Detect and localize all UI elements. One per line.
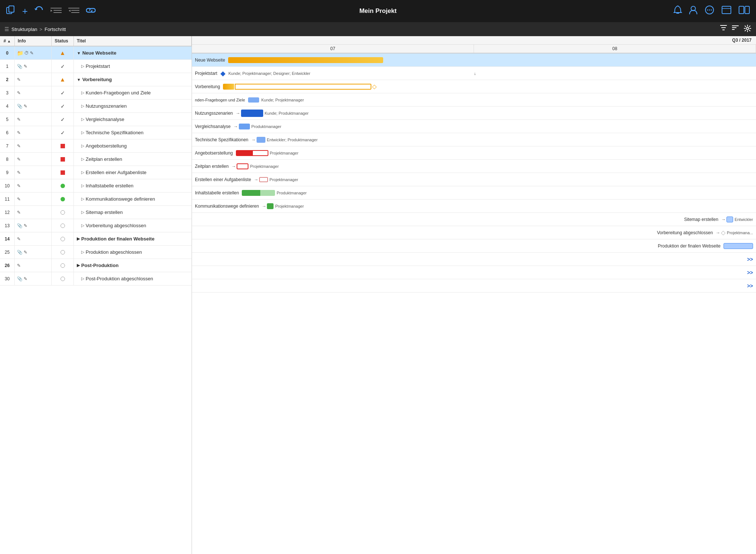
toolbar: + — [0, 0, 756, 22]
expand-icon[interactable]: ▷ — [81, 64, 84, 69]
table-row: 26 ✎ ▶ Post-Produktion — [0, 259, 192, 272]
expand-icon[interactable]: ▷ — [81, 210, 84, 215]
gantt-resource-4: Kunde; Produktmanager — [265, 111, 309, 115]
check-icon: ✓ — [61, 103, 65, 109]
expand-icon[interactable]: ▶ — [77, 236, 80, 241]
row-title-1[interactable]: ▷ Projektstart — [74, 62, 192, 70]
view2-icon[interactable] — [738, 6, 750, 17]
gantt-label-14: Produktion der finalen Webseite — [658, 243, 721, 249]
settings-icon[interactable] — [743, 24, 752, 34]
bell-icon[interactable] — [673, 5, 682, 17]
expand-icon[interactable]: ▷ — [81, 104, 84, 108]
nav-arrow-25[interactable]: >> — [747, 256, 753, 262]
row-status-3: ✓ — [52, 86, 74, 99]
expand-icon[interactable]: ▷ — [81, 117, 84, 122]
pencil-icon: ✎ — [17, 157, 21, 162]
row-info-12: ✎ — [15, 206, 52, 219]
expand-icon[interactable]: ▷ — [81, 130, 84, 135]
col-header-num: # ▲ — [0, 36, 15, 46]
row-title-2[interactable]: ▼ Vorbereitung — [74, 75, 192, 84]
arrow-icon: → — [262, 204, 266, 209]
filter-icon[interactable] — [720, 24, 727, 34]
table-row: 25 📎 ✎ ▷ Produktion abgeschlossen — [0, 246, 192, 259]
row-title-11[interactable]: ▷ Kommunikationswege definieren — [74, 195, 192, 203]
gantt-month-07: 07 — [192, 45, 474, 53]
expand-icon[interactable]: ▷ — [81, 170, 84, 175]
add-icon[interactable]: + — [22, 6, 28, 17]
row-title-30[interactable]: ▷ Post-Produktion abgeschlossen — [74, 274, 192, 283]
link-icon[interactable] — [86, 6, 96, 16]
arrow-icon: → — [721, 217, 726, 222]
row-title-0[interactable]: ▼ Neue Webseite — [74, 49, 192, 57]
gantt-label-6: Technische Spezifikationen — [195, 137, 248, 142]
chat-icon[interactable] — [704, 5, 715, 17]
row-title-12[interactable]: ▷ Sitemap erstellen — [74, 208, 192, 217]
pencil-icon: ✎ — [17, 90, 21, 96]
expand-icon[interactable]: ▼ — [77, 51, 81, 55]
gantt-quarter-label: Q3 / 2017 — [192, 36, 756, 44]
row-title-9[interactable]: ▷ Erstellen einer Aufgabenliste — [74, 168, 192, 177]
empty-status-icon — [61, 277, 65, 281]
row-info-4: 📎 ✎ — [15, 100, 52, 112]
gantt-row-26[interactable]: >> — [192, 266, 756, 279]
expand-icon[interactable]: ▷ — [81, 276, 84, 281]
expand-icon[interactable]: ▼ — [77, 77, 81, 82]
gantt-row-30[interactable]: >> — [192, 279, 756, 292]
row-title-13[interactable]: ▷ Vorbereitung abgeschlossen — [74, 221, 192, 230]
gantt-resource-3: Kunde; Projektmanager — [261, 98, 304, 102]
row-title-8[interactable]: ▷ Zeitplan erstellen — [74, 155, 192, 163]
task-table: # ▲ Info Status Titel 0 📁 ⏱ ✎ ▲ ▼ Neue W… — [0, 36, 192, 554]
row-title-14[interactable]: ▶ Produktion der finalen Webseite — [74, 235, 192, 243]
row-info-2: ✎ — [15, 73, 52, 86]
row-title-3[interactable]: ▷ Kunden-Fragebogen und Ziele — [74, 89, 192, 97]
pencil-icon: ✎ — [24, 250, 27, 255]
row-num-4: 4 — [0, 100, 15, 112]
expand-icon[interactable]: ▷ — [81, 90, 84, 95]
arrow-icon: → — [716, 230, 720, 235]
row-status-13 — [52, 219, 74, 232]
pencil-icon: ✎ — [17, 130, 21, 135]
pencil-icon: ✎ — [17, 170, 21, 175]
expand-icon[interactable]: ▷ — [81, 183, 84, 188]
check-icon: ✓ — [61, 63, 65, 69]
svg-rect-15 — [722, 6, 731, 14]
gantt-resource-7: Projektmanager — [270, 151, 299, 155]
row-title-26[interactable]: ▶ Post-Produktion — [74, 261, 192, 270]
red-status-icon — [61, 157, 65, 162]
table-row: 5 ✎ ✓ ▷ Vergleichsanalyse — [0, 113, 192, 126]
row-title-5[interactable]: ▷ Vergleichsanalyse — [74, 115, 192, 124]
row-status-1: ✓ — [52, 60, 74, 73]
row-title-10[interactable]: ▷ Inhaltstabelle erstellen — [74, 181, 192, 190]
view1-icon[interactable] — [721, 6, 732, 17]
nav-arrow-26[interactable]: >> — [747, 270, 753, 276]
undo-icon[interactable] — [34, 6, 44, 16]
row-info-9: ✎ — [15, 166, 52, 179]
row-title-25[interactable]: ▷ Produktion abgeschlossen — [74, 248, 192, 256]
breadcrumb: ☰ Strukturplan > Fortschritt — [4, 26, 66, 32]
row-num-30: 30 — [0, 272, 15, 285]
gantt-label-10: Inhaltstabelle erstellen — [195, 190, 239, 195]
outdent-icon[interactable] — [68, 7, 79, 16]
row-status-25 — [52, 246, 74, 259]
gantt-label-2: Vorbereitung — [195, 84, 220, 89]
red-status-icon — [61, 170, 65, 175]
row-title-6[interactable]: ▷ Technische Spezifikationen — [74, 128, 192, 137]
indent-icon[interactable] — [51, 7, 62, 16]
nav-arrow-30[interactable]: >> — [747, 283, 753, 289]
expand-icon[interactable]: ▷ — [81, 197, 84, 201]
row-title-7[interactable]: ▷ Angebotserstellung — [74, 142, 192, 150]
expand-icon[interactable]: ▶ — [77, 263, 80, 268]
expand-icon[interactable]: ▷ — [81, 157, 84, 162]
row-num-6: 6 — [0, 126, 15, 139]
row-title-4[interactable]: ▷ Nutzungsszenarien — [74, 102, 192, 110]
user-icon[interactable] — [689, 5, 698, 17]
expand-icon[interactable]: ▷ — [81, 250, 84, 255]
pencil-icon: ✎ — [17, 263, 21, 268]
copy-icon[interactable] — [6, 5, 16, 17]
expand-icon[interactable]: ▷ — [81, 143, 84, 148]
expand-icon[interactable]: ▷ — [81, 223, 84, 228]
gantt-months-row: 07 08 — [192, 45, 756, 53]
gantt-row-25[interactable]: >> — [192, 253, 756, 266]
svg-rect-17 — [739, 6, 744, 14]
sort-icon[interactable] — [732, 24, 739, 34]
